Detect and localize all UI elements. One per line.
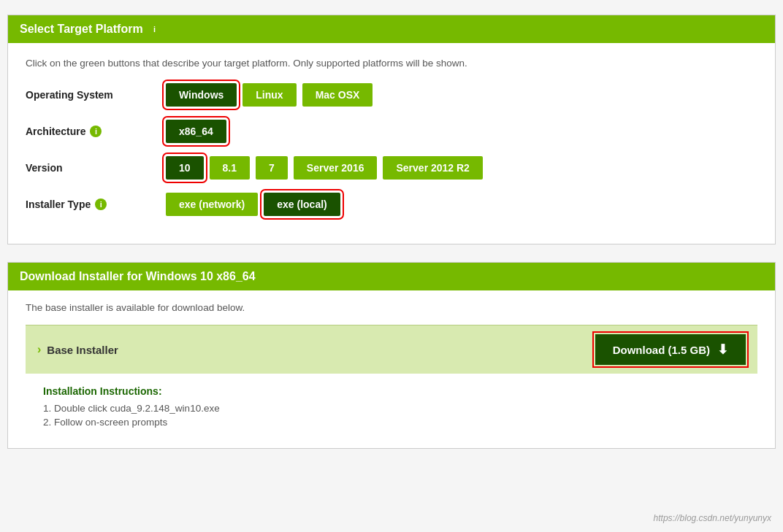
version-buttons: 10 8.1 7 Server 2016 Server 2012 R2 <box>166 156 483 180</box>
instructions-list: 1. Double click cuda_9.2.148_win10.exe 2… <box>43 403 740 428</box>
installer-type-row: Installer Type i exe (network) exe (loca… <box>26 193 757 216</box>
base-installer-text: Base Installer <box>47 344 118 356</box>
download-description: The base installer is available for down… <box>26 302 757 313</box>
installer-exe-network-button[interactable]: exe (network) <box>166 193 258 216</box>
arch-buttons: x86_64 <box>166 120 226 143</box>
download-button[interactable]: Download (1.5 GB) ⬇ <box>595 334 746 365</box>
os-macosx-button[interactable]: Mac OSX <box>302 83 373 107</box>
download-section: Download Installer for Windows 10 x86_64… <box>7 262 776 449</box>
os-linux-button[interactable]: Linux <box>242 83 296 107</box>
os-row: Operating System Windows Linux Mac OSX <box>26 83 757 107</box>
version-label: Version <box>26 162 157 174</box>
instructions-title: Installation Instructions: <box>43 385 740 397</box>
installer-type-buttons: exe (network) exe (local) <box>166 193 340 216</box>
arch-info-icon[interactable]: i <box>90 126 102 137</box>
instruction-item-2: 2. Follow on-screen prompts <box>43 417 740 428</box>
chevron-icon: › <box>37 343 41 356</box>
installer-exe-local-button[interactable]: exe (local) <box>264 193 340 216</box>
os-buttons: Windows Linux Mac OSX <box>166 83 373 107</box>
section1-body: Click on the green buttons that describe… <box>8 43 775 244</box>
version-row: Version 10 8.1 7 Server 2016 Server 2012… <box>26 156 757 180</box>
version-81-button[interactable]: 8.1 <box>210 156 250 180</box>
version-server2016-button[interactable]: Server 2016 <box>294 156 378 180</box>
os-windows-button[interactable]: Windows <box>166 83 237 107</box>
download-header: Download Installer for Windows 10 x86_64 <box>8 263 775 290</box>
download-body: The base installer is available for down… <box>8 290 775 448</box>
base-installer-row: › Base Installer Download (1.5 GB) ⬇ <box>26 325 757 374</box>
section1-header: Select Target Platform i <box>8 15 775 43</box>
download-arrow-icon: ⬇ <box>717 342 728 358</box>
installer-type-label: Installer Type i <box>26 198 157 210</box>
version-server2012r2-button[interactable]: Server 2012 R2 <box>383 156 482 180</box>
version-7-button[interactable]: 7 <box>256 156 288 180</box>
section1-description: Click on the green buttons that describe… <box>26 58 757 69</box>
installer-type-info-icon[interactable]: i <box>95 198 107 210</box>
instructions-section: Installation Instructions: 1. Double cli… <box>26 374 757 436</box>
instruction-item-1: 1. Double click cuda_9.2.148_win10.exe <box>43 403 740 414</box>
arch-x86-button[interactable]: x86_64 <box>166 120 226 143</box>
section1-title: Select Target Platform <box>20 23 143 36</box>
section1-info-icon[interactable]: i <box>149 23 161 35</box>
arch-row: Architecture i x86_64 <box>26 120 757 143</box>
base-installer-label: › Base Installer <box>37 343 118 356</box>
download-button-label: Download (1.5 GB) <box>613 344 710 356</box>
arch-label: Architecture i <box>26 126 157 137</box>
version-10-button[interactable]: 10 <box>166 156 204 180</box>
download-title: Download Installer for Windows 10 x86_64 <box>20 270 256 282</box>
os-label: Operating System <box>26 89 157 101</box>
select-platform-section: Select Target Platform i Click on the gr… <box>7 15 776 244</box>
